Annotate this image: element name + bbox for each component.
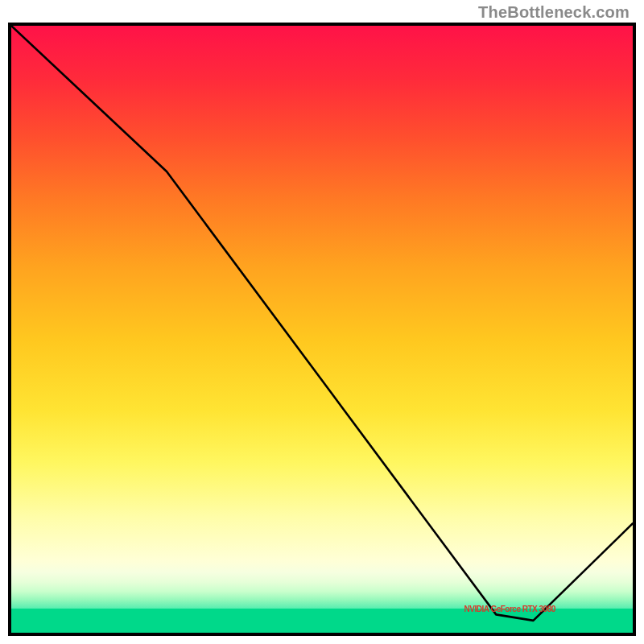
gpu-annotation-label: NVIDIA GeForce RTX 3080 [464,605,555,613]
bottleneck-line [11,26,633,633]
watermark-text: TheBottleneck.com [478,3,630,22]
chart-area: NVIDIA GeForce RTX 3080 [8,23,636,636]
